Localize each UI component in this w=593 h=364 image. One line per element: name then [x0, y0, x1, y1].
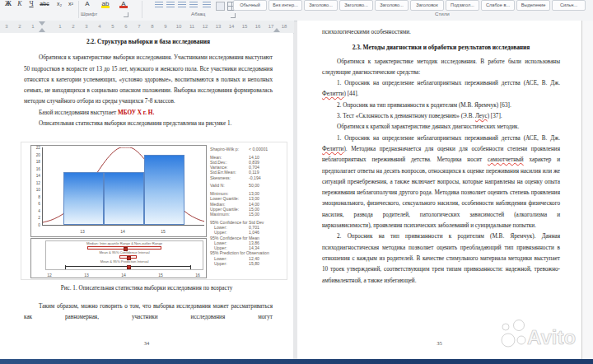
page-number-34: 34 [0, 338, 293, 348]
y-tick-label: 18 [36, 160, 40, 164]
histogram-bar [63, 172, 104, 225]
style-gallery-item[interactable]: Заголово... [375, 0, 409, 11]
text-segment: 1. Опросник на определение неблагоприятн… [337, 80, 560, 86]
paragraph-conclusion[interactable]: Таким образом, можно говорить о том, что… [24, 301, 273, 324]
figure-caption[interactable]: Рис. 1. Описательная статистика выборки … [0, 283, 293, 294]
style-gallery-item[interactable]: Заголовок [410, 0, 444, 11]
ruler-number: 14 [225, 23, 238, 30]
avito-watermark: Avito [499, 318, 578, 351]
ruler-number: 3 [80, 23, 93, 30]
style-gallery-item[interactable]: Подзагол... [446, 0, 479, 11]
font-group-label: Шрифт [81, 11, 97, 16]
text-segment: 3. Тест «Склонность к девиантному поведе… [337, 113, 475, 119]
paragraph-ace-method[interactable]: 1. Опросник на определение неблагоприятн… [322, 133, 560, 232]
paragraph-research-base[interactable]: Базой исследования выступает МБОУ Х г. Н… [24, 108, 273, 119]
font-dialog-launcher-icon[interactable] [124, 12, 128, 17]
paragraph-methods-detail-intro[interactable]: Обратимся к краткой характеристике данны… [322, 122, 560, 133]
bold-button[interactable]: Ж [3, 0, 13, 9]
style-gallery-item[interactable]: Обычный [233, 0, 267, 11]
font-color-button[interactable]: А [119, 0, 128, 9]
text-segment: ) [44]. [343, 91, 358, 97]
align-left-button[interactable] [155, 2, 163, 9]
style-gallery-item[interactable]: Без интер... [268, 0, 302, 11]
style-gallery-item[interactable]: Выделение [516, 0, 550, 11]
style-gallery: ОбычныйБез интер...Заголово...Заголово..… [233, 0, 587, 10]
list-item-3[interactable]: 3. Тест «Склонность к девиантному поведе… [322, 111, 560, 122]
redacted-school-name: МБОУ Х г. Н. [118, 110, 154, 116]
y-tick-label: 20 [36, 153, 40, 157]
spellcheck-word: самоотчетный [488, 156, 524, 163]
align-right-button[interactable] [178, 2, 186, 9]
ruler-numbers: 123456789101112131415161718 [54, 23, 291, 30]
x-tick-label: 15 [154, 270, 167, 281]
strikethrough-button[interactable]: abc [40, 0, 49, 9]
document-page-35[interactable]: психологическими особенностями. 2.3. Мет… [297, 21, 582, 360]
style-gallery-item[interactable]: Заголово... [304, 0, 338, 11]
spellcheck-word: Фелитти [322, 146, 343, 152]
highlight-color-button[interactable]: ab [100, 0, 110, 9]
align-center-button[interactable] [166, 2, 175, 9]
x-tick-label: 14 [116, 226, 129, 237]
page-34-content: 2.2. Структура выборки и база исследован… [0, 33, 293, 129]
figure-descriptive-statistics[interactable]: 2220181614121086420 131415 Median; Inter… [21, 142, 287, 280]
styles-group-label: Стили [435, 11, 450, 16]
y-tick-label: 12 [36, 181, 40, 185]
ruler-number: 5 [106, 23, 119, 30]
superscript-button[interactable]: x² [66, 0, 76, 9]
ruler-margin-numbers: 321 [0, 23, 40, 30]
watermark-text: Avito [527, 326, 576, 348]
interval-row-label: Mean & 95% Confidence Interval [46, 251, 203, 255]
word-ribbon: Ж К Ч abc x₂ x² А ab А Шрифт Абзац Обычн… [0, 0, 593, 21]
paragraph-methods-intro[interactable]: Обратимся к характеристике методик иссле… [322, 57, 560, 79]
section-heading-2-3[interactable]: 2.3. Методы диагностики и обработки резу… [322, 42, 560, 53]
first-line-indent-marker[interactable] [39, 21, 45, 26]
paragraph-figure-reference[interactable]: Описательная статистика выборки исследов… [24, 119, 273, 129]
watermark-circle-large [502, 334, 515, 347]
watermark-circle-small [502, 324, 509, 330]
y-tick-label: 8 [38, 195, 40, 199]
ruler-number: 9 [159, 23, 172, 30]
style-gallery-item[interactable]: Заголово... [339, 0, 373, 11]
ruler-number: 11 [185, 23, 198, 30]
list-item-1[interactable]: 1. Опросник на определение неблагоприятн… [322, 78, 560, 100]
right-indent-marker[interactable] [273, 28, 280, 32]
ruler-number: 8 [146, 23, 159, 30]
ruler-number: 2 [67, 23, 80, 30]
list-item-2[interactable]: 2. Опросник на тип привязанности к родит… [322, 100, 560, 111]
text-segment: ) [37]. [488, 113, 502, 119]
paragraph-tail[interactable]: психологическими особенностями. [322, 27, 560, 38]
x-tick-label: 16 [191, 270, 204, 281]
text-segment: 1. Опросник на определение неблагоприятн… [337, 135, 560, 142]
spellcheck-word: Фелитти [322, 91, 343, 97]
watermark-circle-medium [514, 320, 525, 331]
y-tick-label: 2 [38, 216, 40, 220]
section-heading-2-2[interactable]: 2.2. Структура выборки и база исследован… [24, 36, 273, 47]
ruler-number: 1 [26, 23, 40, 30]
left-indent-marker[interactable] [39, 28, 45, 32]
ruler-number: 12 [198, 23, 212, 30]
x-tick-label: 13 [80, 270, 93, 281]
x-tick-label: 15 [156, 226, 170, 237]
style-gallery-item[interactable]: Слабое в... [481, 0, 515, 11]
text-effects-button[interactable]: А [82, 0, 92, 9]
horizontal-ruler[interactable]: 321 123456789101112131415161718 [0, 21, 294, 34]
paragraph-sample-description[interactable]: Обратимся к характеристике выборки иссле… [24, 53, 273, 107]
style-gallery-item[interactable]: Сильн... [552, 0, 586, 11]
subscript-button[interactable]: x₂ [54, 0, 64, 9]
paragraph-attachment-method[interactable]: 2. Опросник на тип привязанности к родит… [322, 231, 560, 286]
y-tick-label: 14 [36, 174, 40, 178]
separator [78, 1, 79, 18]
ruler-number: 10 [172, 23, 185, 30]
italic-button[interactable]: К [15, 0, 25, 9]
interval-plot: Median; Inter-quartile Range & Non-outli… [45, 240, 203, 270]
paragraph-dialog-launcher-icon[interactable] [231, 13, 236, 18]
document-page-34[interactable]: 2.2. Структура выборки и база исследован… [0, 33, 293, 360]
shading-button[interactable] [216, 2, 225, 11]
histogram-y-axis: 2220181614121086420 [31, 147, 41, 225]
interval-panel: Median; Inter-quartile Range & Non-outli… [30, 238, 207, 278]
ruler-number: 7 [133, 23, 146, 30]
line-spacing-button[interactable] [203, 2, 211, 9]
ruler-number: 1 [54, 23, 67, 30]
justify-button[interactable] [189, 2, 198, 9]
underline-button[interactable]: Ч [26, 0, 36, 9]
